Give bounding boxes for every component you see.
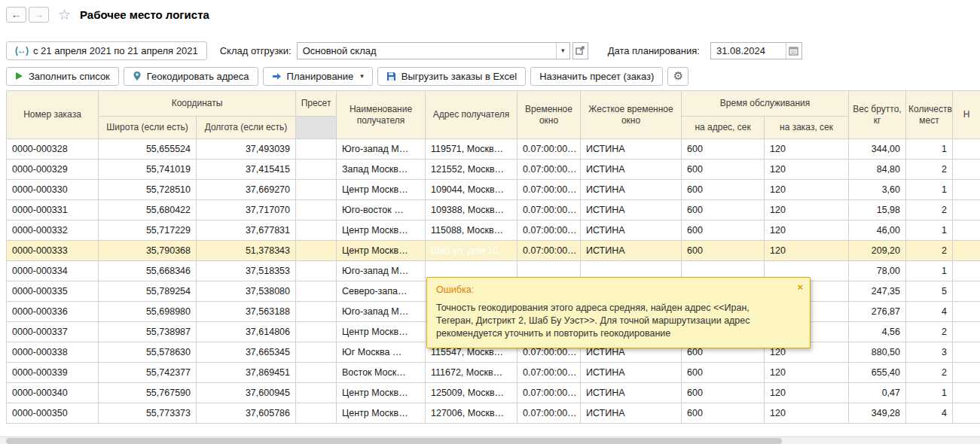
cell-lon[interactable]: 37,669270 xyxy=(197,180,296,200)
table-row[interactable]: 0000-00032955,74101937,415415Запад Москв… xyxy=(7,160,980,180)
col-header-time-window[interactable]: Временное окно xyxy=(517,91,581,139)
cell-num[interactable]: 0000-000339 xyxy=(7,363,99,383)
planning-date-value[interactable]: 31.08.2024 xyxy=(711,43,786,59)
cell-hard[interactable]: ИСТИНА xyxy=(581,363,682,383)
assign-preset-button[interactable]: Назначить пресет (заказ) xyxy=(530,67,663,86)
cell-lat[interactable]: 55,742377 xyxy=(99,363,197,383)
cell-num[interactable]: 0000-000331 xyxy=(7,200,99,220)
cell-count[interactable]: 3 xyxy=(906,342,953,363)
table-row[interactable]: 0000-00034055,76759037,600945Центр Москв… xyxy=(7,383,980,403)
cell-lon[interactable]: 37,717070 xyxy=(197,200,296,220)
col-header-order-number[interactable]: Номер заказа xyxy=(7,91,99,139)
cell-t2[interactable]: 120 xyxy=(765,241,849,261)
cell-count[interactable]: 1 xyxy=(906,383,953,403)
cell-lon[interactable]: 37,563188 xyxy=(197,302,296,322)
cell-t2[interactable]: 120 xyxy=(765,160,849,180)
cell-lat[interactable]: 55,728510 xyxy=(99,180,197,200)
cell-name[interactable]: Центр Москв… xyxy=(337,322,426,342)
cell-count[interactable]: 4 xyxy=(906,302,953,322)
cell-lon[interactable]: 37,614806 xyxy=(197,322,296,342)
cell-preset[interactable] xyxy=(296,261,337,281)
cell-preset[interactable] xyxy=(296,160,337,180)
cell-extra[interactable] xyxy=(953,220,980,241)
table-row[interactable]: 0000-00033255,71722937,677831Центр Москв… xyxy=(7,220,980,241)
cell-num[interactable]: 0000-000330 xyxy=(7,180,99,200)
cell-window[interactable]: 0.07:00:00… xyxy=(517,139,581,160)
cell-extra[interactable] xyxy=(953,160,980,180)
cell-addr[interactable]: 125009, Москв… xyxy=(426,383,517,403)
cell-name[interactable]: Центр Москв… xyxy=(337,220,426,241)
cell-name[interactable]: Юго-запад М… xyxy=(337,139,426,160)
cell-name[interactable]: Юго-восток … xyxy=(337,200,426,220)
cell-hard[interactable]: ИСТИНА xyxy=(581,403,682,424)
col-header-service-time[interactable]: Время обслуживания xyxy=(682,91,849,117)
cell-preset[interactable] xyxy=(296,342,337,363)
cell-name[interactable]: Юг Москва … xyxy=(337,342,426,363)
cell-t2[interactable]: 120 xyxy=(765,363,849,383)
cell-weight[interactable]: 78,00 xyxy=(849,261,906,281)
cell-lat[interactable]: 55,738987 xyxy=(99,322,197,342)
cell-addr[interactable]: 115088, Москв… xyxy=(426,220,517,241)
cell-hard[interactable]: ИСТИНА xyxy=(581,180,682,200)
col-header-places-count[interactable]: Количеств мест xyxy=(906,91,953,139)
cell-count[interactable]: 2 xyxy=(906,363,953,383)
col-header-coordinates[interactable]: Координаты xyxy=(99,91,296,117)
cell-addr[interactable]: 121552, Москв… xyxy=(426,160,517,180)
cell-name[interactable]: Центр Москв… xyxy=(337,403,426,424)
cell-num[interactable]: 0000-000338 xyxy=(7,342,99,363)
cell-extra[interactable] xyxy=(953,281,980,302)
geocode-button[interactable]: Геокодировать адреса xyxy=(124,67,258,86)
cell-t2[interactable]: 120 xyxy=(765,139,849,160)
cell-addr[interactable]: Шаб ул, дом 10, xyxy=(426,241,517,261)
chevron-down-icon[interactable]: ▾ xyxy=(556,43,569,59)
cell-preset[interactable] xyxy=(296,403,337,424)
calendar-button[interactable] xyxy=(786,43,801,59)
cell-lon[interactable]: 37,415415 xyxy=(197,160,296,180)
back-button[interactable]: ← xyxy=(6,7,26,23)
cell-weight[interactable]: 349,28 xyxy=(849,403,906,424)
cell-preset[interactable] xyxy=(296,241,337,261)
cell-lat[interactable]: 55,698980 xyxy=(99,302,197,322)
cell-lon[interactable]: 37,605786 xyxy=(197,403,296,424)
cell-lat[interactable]: 55,773373 xyxy=(99,403,197,424)
cell-lat[interactable]: 55,767590 xyxy=(99,383,197,403)
warehouse-combo[interactable]: Основной склад ▾ xyxy=(297,42,570,59)
cell-extra[interactable] xyxy=(953,383,980,403)
cell-num[interactable]: 0000-000332 xyxy=(7,220,99,241)
cell-weight[interactable]: 880,50 xyxy=(849,342,906,363)
cell-t1[interactable]: 600 xyxy=(682,180,765,200)
cell-hard[interactable]: ИСТИНА xyxy=(581,160,682,180)
col-header-service-per-order[interactable]: на заказ, сек xyxy=(765,117,849,139)
cell-preset[interactable] xyxy=(296,281,337,302)
cell-lat[interactable]: 55,680422 xyxy=(99,200,197,220)
warehouse-value[interactable]: Основной склад xyxy=(298,43,556,59)
warehouse-open-button[interactable] xyxy=(572,42,588,59)
cell-extra[interactable] xyxy=(953,302,980,322)
cell-preset[interactable] xyxy=(296,383,337,403)
cell-weight[interactable]: 15,98 xyxy=(849,200,906,220)
cell-name[interactable]: Центр Москв… xyxy=(337,180,426,200)
cell-name[interactable]: Центр Москв… xyxy=(337,241,426,261)
export-excel-button[interactable]: Выгрузить заказы в Excel xyxy=(377,67,526,86)
col-header-longitude[interactable]: Долгота (если есть) xyxy=(197,117,296,139)
cell-name[interactable]: Центр Москв… xyxy=(337,383,426,403)
cell-extra[interactable] xyxy=(953,180,980,200)
cell-preset[interactable] xyxy=(296,200,337,220)
cell-preset[interactable] xyxy=(296,220,337,241)
cell-count[interactable]: 2 xyxy=(906,160,953,180)
cell-lat[interactable]: 55,668346 xyxy=(99,261,197,281)
col-header-preset[interactable]: Пресет xyxy=(296,91,337,117)
cell-lat[interactable]: 55,717229 xyxy=(99,220,197,241)
table-row[interactable]: 0000-00032855,65552437,493039Юго-запад М… xyxy=(7,139,980,160)
cell-addr[interactable]: 127006, Москв… xyxy=(426,403,517,424)
forward-button[interactable]: → xyxy=(29,7,49,23)
cell-extra[interactable] xyxy=(953,342,980,363)
cell-lon[interactable]: 37,538080 xyxy=(197,281,296,302)
period-button[interactable]: (↔) с 21 апреля 2021 по 21 апреля 2021 xyxy=(6,41,207,60)
cell-preset[interactable] xyxy=(296,322,337,342)
col-header-gross-weight[interactable]: Вес брутто, кг xyxy=(849,91,906,139)
cell-count[interactable]: 1 xyxy=(906,220,953,241)
col-header-next-truncated[interactable]: Н xyxy=(953,91,980,139)
horizontal-scrollbar-thumb[interactable] xyxy=(6,438,782,444)
cell-hard[interactable]: ИСТИНА xyxy=(581,383,682,403)
